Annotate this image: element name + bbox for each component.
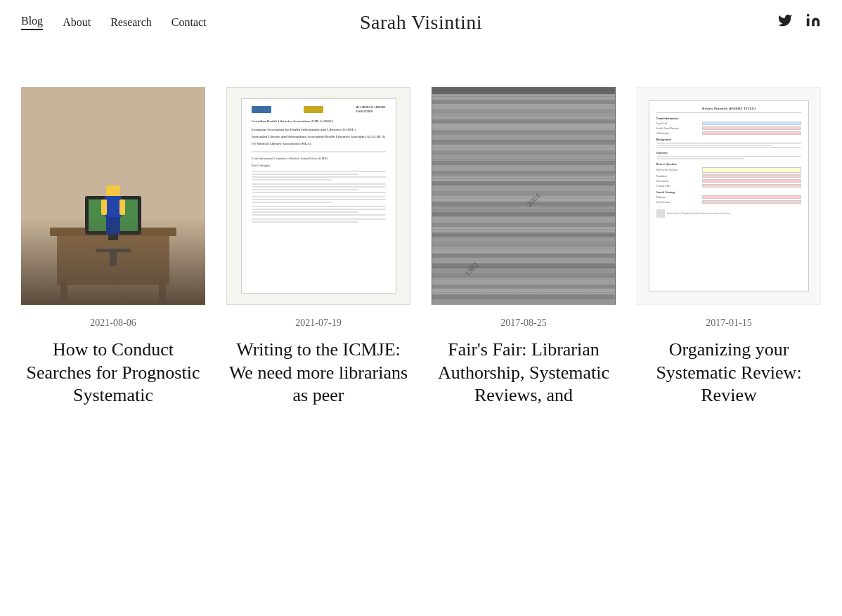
post-date: 2017-01-15 <box>637 317 821 329</box>
svg-rect-12 <box>119 199 125 215</box>
posts-grid: 2021-08-06 How to Conduct Searches for P… <box>21 87 821 407</box>
svg-rect-27 <box>432 140 615 145</box>
svg-rect-45 <box>432 232 615 237</box>
post-date: 2021-07-19 <box>226 317 410 329</box>
svg-rect-41 <box>432 212 615 216</box>
svg-rect-5 <box>159 280 166 305</box>
svg-rect-25 <box>432 130 615 134</box>
svg-rect-59 <box>432 87 616 305</box>
post-title[interactable]: Writing to the ICMJE: We need more libra… <box>226 339 410 407</box>
svg-rect-9 <box>106 185 120 196</box>
post-card: Review Protocol: [INSERT TITLE] Team Inf… <box>637 87 821 407</box>
social-links <box>777 13 821 32</box>
svg-rect-47 <box>432 243 615 247</box>
svg-rect-28 <box>432 145 615 150</box>
nav-blog[interactable]: Blog <box>21 15 43 30</box>
svg-rect-57 <box>432 294 615 299</box>
svg-rect-3 <box>57 236 169 285</box>
svg-rect-52 <box>432 268 615 274</box>
svg-rect-55 <box>432 284 615 289</box>
svg-rect-20 <box>432 104 615 110</box>
svg-rect-44 <box>432 227 615 232</box>
svg-rect-15 <box>96 249 131 252</box>
svg-rect-21 <box>432 110 615 114</box>
svg-text:2004: 2004 <box>525 191 542 208</box>
post-image[interactable]: MLA MEDICAL LIBRARYASSOCIATION Canadian … <box>226 87 410 305</box>
post-card: 2021-08-06 How to Conduct Searches for P… <box>21 87 205 407</box>
svg-rect-38 <box>432 196 615 202</box>
svg-rect-37 <box>432 192 615 196</box>
post-date: 2021-08-06 <box>21 317 205 329</box>
svg-rect-18 <box>432 94 615 100</box>
post-card: 1982 2004 2017-08-25 Fair's Fair: Librar… <box>432 87 616 407</box>
post-card: MLA MEDICAL LIBRARYASSOCIATION Canadian … <box>226 87 410 407</box>
nav-contact[interactable]: Contact <box>171 16 207 29</box>
svg-rect-33 <box>432 171 615 176</box>
document-preview: MLA MEDICAL LIBRARYASSOCIATION Canadian … <box>241 98 396 293</box>
post-title[interactable]: How to Conduct Searches for Prognostic S… <box>21 339 205 407</box>
protocol-preview: Review Protocol: [INSERT TITLE] Team Inf… <box>649 100 810 291</box>
main-content: 2021-08-06 How to Conduct Searches for P… <box>0 45 842 428</box>
twitter-link[interactable] <box>777 13 793 32</box>
svg-rect-50 <box>432 258 615 263</box>
svg-rect-4 <box>60 280 67 305</box>
svg-rect-43 <box>432 223 615 227</box>
svg-rect-26 <box>432 134 615 140</box>
svg-rect-17 <box>432 87 616 305</box>
svg-rect-14 <box>113 217 120 235</box>
svg-rect-46 <box>432 237 615 243</box>
nav-about[interactable]: About <box>63 16 91 29</box>
svg-rect-29 <box>432 150 615 155</box>
post-title[interactable]: Organizing your Systematic Review: Revie… <box>637 339 821 407</box>
svg-rect-2 <box>50 228 176 236</box>
svg-point-0 <box>807 14 810 17</box>
svg-rect-40 <box>432 207 615 212</box>
svg-rect-10 <box>105 196 122 217</box>
svg-rect-23 <box>432 119 615 124</box>
nav-research[interactable]: Research <box>110 16 152 29</box>
nav-links: Blog About Research Contact <box>21 15 207 30</box>
post-image[interactable]: Review Protocol: [INSERT TITLE] Team Inf… <box>637 87 821 305</box>
svg-rect-39 <box>432 202 615 207</box>
svg-rect-31 <box>432 161 615 165</box>
post-date: 2017-08-25 <box>432 317 616 329</box>
svg-rect-58 <box>432 299 615 305</box>
svg-rect-13 <box>106 217 113 235</box>
site-title: Sarah Visintini <box>360 11 482 34</box>
svg-rect-8 <box>108 235 118 240</box>
svg-rect-36 <box>432 185 615 192</box>
svg-rect-53 <box>432 274 615 278</box>
svg-rect-11 <box>101 199 107 215</box>
svg-rect-49 <box>432 254 615 258</box>
svg-rect-51 <box>432 263 615 268</box>
post-image[interactable]: 1982 2004 <box>432 87 616 305</box>
svg-rect-56 <box>432 289 615 294</box>
svg-rect-30 <box>432 155 615 161</box>
svg-rect-24 <box>432 124 615 130</box>
svg-rect-35 <box>432 181 615 185</box>
svg-rect-16 <box>110 252 117 266</box>
svg-rect-32 <box>432 165 615 171</box>
svg-rect-22 <box>432 114 615 119</box>
linkedin-icon <box>805 14 821 32</box>
svg-rect-34 <box>432 176 615 181</box>
navigation: Blog About Research Contact Sarah Visint… <box>0 0 842 45</box>
twitter-icon <box>777 14 793 32</box>
post-title[interactable]: Fair's Fair: Librarian Authorship, Syste… <box>432 339 616 407</box>
svg-rect-42 <box>432 216 615 223</box>
svg-text:1982: 1982 <box>462 261 479 277</box>
post-image[interactable] <box>21 87 205 305</box>
linkedin-link[interactable] <box>805 13 821 32</box>
svg-rect-54 <box>432 278 615 284</box>
svg-rect-19 <box>432 100 615 104</box>
svg-rect-48 <box>432 247 615 254</box>
